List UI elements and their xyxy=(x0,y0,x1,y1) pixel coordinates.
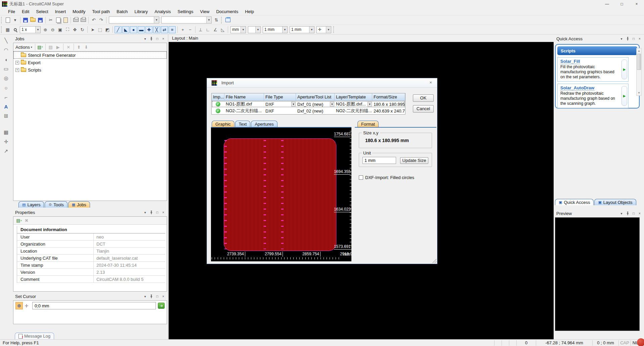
checkbox-box[interactable] xyxy=(359,175,363,180)
undo-icon[interactable]: ↶ xyxy=(90,16,97,24)
set-cursor-maximize-icon[interactable]: □ xyxy=(154,294,160,299)
menu-analysis[interactable]: Analysis xyxy=(151,8,174,15)
menu-documents[interactable]: Documents xyxy=(213,8,242,15)
column-header-4[interactable]: Layer/Template xyxy=(335,93,372,100)
set-cursor-close-icon[interactable]: × xyxy=(160,294,166,299)
aperture-dropdown-icon[interactable]: ▼ xyxy=(330,102,334,106)
dialog-resize-grip[interactable] xyxy=(432,259,436,263)
set-cursor-menu-icon[interactable]: ▾ xyxy=(142,294,148,299)
menu-file[interactable]: File xyxy=(5,8,18,15)
dxf-filled-circles-checkbox[interactable]: DXF-Import: Filled circles xyxy=(359,175,414,180)
scripts-scrollbar[interactable]: ▲ ▼ xyxy=(636,48,642,96)
new-file-icon[interactable] xyxy=(4,16,11,24)
window-cascade-button[interactable] xyxy=(224,16,231,24)
menu-batch[interactable]: Batch xyxy=(113,8,131,15)
graphic-preview[interactable]: 1754.6871694.3551634.0231573.691 2739.35… xyxy=(211,128,351,261)
unit-input[interactable] xyxy=(362,157,396,164)
script-run-button[interactable]: ▶ xyxy=(621,86,627,106)
zoom-combo[interactable]: 1 x▼ xyxy=(20,26,41,33)
preview-maximize-icon[interactable]: □ xyxy=(631,211,637,216)
menu-insert[interactable]: Insert xyxy=(52,8,70,15)
closed-arc-tool-icon[interactable]: ◖ xyxy=(2,56,10,63)
move-up-button[interactable]: ⬆ xyxy=(75,43,83,51)
cursor-position-input[interactable] xyxy=(32,302,156,309)
tab-text[interactable]: Text xyxy=(235,121,251,127)
add-property-button[interactable]: ▤+ xyxy=(15,217,23,224)
select-arrow-icon[interactable]: ➤ xyxy=(89,26,96,33)
delete-job-button[interactable]: ✕ xyxy=(65,43,72,51)
list-icon[interactable]: ≡ xyxy=(169,26,176,33)
script-link[interactable]: Solar_Fill xyxy=(560,59,580,64)
tab-layout-objects[interactable]: ▣Layout Objects xyxy=(594,199,636,205)
close-button[interactable]: × xyxy=(629,0,644,8)
toolbar-combo-2[interactable]: ▼ xyxy=(161,16,212,24)
quick-access-maximize-icon[interactable]: □ xyxy=(631,36,637,41)
absolute-cursor-button[interactable]: ⊕ xyxy=(15,302,23,309)
script-link[interactable]: Solar_AutoDraw xyxy=(560,85,594,91)
pan-icon[interactable]: ✥ xyxy=(71,26,79,33)
select-area-icon[interactable]: ⬚ xyxy=(96,26,104,33)
preview-close-icon[interactable]: × xyxy=(637,211,643,216)
pick-tool-icon[interactable]: ↗ xyxy=(2,147,10,155)
stamp-icon[interactable]: ▦ xyxy=(4,26,11,33)
combo-expand-icon[interactable]: ⇅ xyxy=(213,16,220,24)
measure-tool-icon[interactable]: ✛ xyxy=(2,138,10,145)
grid-combo-dropdown-icon[interactable]: ▼ xyxy=(255,27,260,33)
message-log-tab[interactable]: Message Log xyxy=(15,333,54,339)
menu-help[interactable]: Help xyxy=(242,8,257,15)
properties-close-icon[interactable]: × xyxy=(160,210,166,215)
perpendicular-icon[interactable]: ⊥ xyxy=(197,26,204,33)
zoom-all-icon[interactable]: ⛶ xyxy=(64,26,71,33)
open-file-icon[interactable] xyxy=(29,16,37,24)
scroll-thumb[interactable] xyxy=(637,54,641,70)
jobs-tree-item-stencil-frame-generator[interactable]: Stencil Frame Generator xyxy=(13,51,167,59)
script-run-button[interactable]: ▶ xyxy=(621,59,627,79)
import-close-icon[interactable]: × xyxy=(427,80,434,86)
unit-combo[interactable]: mm▼ xyxy=(230,26,246,33)
print-preview-icon[interactable] xyxy=(80,16,87,24)
relative-cursor-icon[interactable]: ✛ xyxy=(23,302,30,309)
preview-pin-icon[interactable] xyxy=(625,211,631,216)
scroll-up-icon[interactable]: ▲ xyxy=(637,48,641,53)
menu-modify[interactable]: Modify xyxy=(69,8,89,15)
swap-icon[interactable]: ⇄ xyxy=(161,26,168,33)
draw-line-icon[interactable]: ╱ xyxy=(115,26,122,33)
text-tool-icon[interactable]: A xyxy=(2,103,10,110)
toolbar-combo-1[interactable]: ▼ xyxy=(109,16,159,24)
expand-icon[interactable]: + xyxy=(15,68,19,72)
cut-icon[interactable]: ✂ xyxy=(47,16,54,24)
import-dialog-titlebar[interactable]: Import xyxy=(207,78,437,88)
menu-view[interactable]: View xyxy=(197,8,213,15)
quick-access-pin-icon[interactable] xyxy=(625,36,631,41)
properties-maximize-icon[interactable]: □ xyxy=(154,210,160,215)
menu-tool-path[interactable]: Tool path xyxy=(89,8,113,15)
zoom-combo-dropdown-icon[interactable]: ▼ xyxy=(35,27,40,33)
column-header-0[interactable]: Imp... xyxy=(212,93,224,100)
column-header-5[interactable]: Format/Size xyxy=(372,93,405,100)
minimize-button[interactable]: — xyxy=(600,0,614,8)
tab-quick-access[interactable]: ▣Quick Access xyxy=(555,199,594,205)
toolbar-combo-2-dropdown-icon[interactable]: ▼ xyxy=(206,17,211,23)
column-header-2[interactable]: File Type xyxy=(264,93,296,100)
tab-apertures[interactable]: Apertures xyxy=(251,121,277,127)
menu-select[interactable]: Select xyxy=(33,8,51,15)
paste-icon[interactable] xyxy=(62,16,69,24)
jobs-maximize-icon[interactable]: □ xyxy=(154,36,160,42)
jobs-tree-item-scripts[interactable]: +Scripts xyxy=(13,66,167,74)
ellipse-tool-icon[interactable]: ○ xyxy=(2,84,10,91)
cancel-button[interactable]: Cancel xyxy=(413,105,434,113)
set-cursor-pin-icon[interactable] xyxy=(148,294,154,299)
star-icon[interactable]: ✚ xyxy=(145,26,153,33)
actions-dropdown-icon[interactable]: ▾ xyxy=(31,46,32,49)
run-job-button[interactable]: ▶ xyxy=(54,43,62,51)
layer-template-cell[interactable]: NO1-原图.dxf...▼ xyxy=(335,101,372,107)
copy-icon[interactable] xyxy=(54,16,62,24)
angle-icon[interactable]: ∠ xyxy=(212,26,219,33)
zoom-in-icon[interactable]: ⊕ xyxy=(42,26,49,33)
update-size-button[interactable]: Update Size xyxy=(400,157,428,164)
actions-button[interactable]: Actions xyxy=(15,45,30,50)
print-icon[interactable] xyxy=(72,16,80,24)
arc-tool-icon[interactable]: ◠ xyxy=(2,46,10,54)
jobs-pin-icon[interactable] xyxy=(148,36,154,42)
delete-property-button[interactable]: ✖ xyxy=(23,217,30,224)
